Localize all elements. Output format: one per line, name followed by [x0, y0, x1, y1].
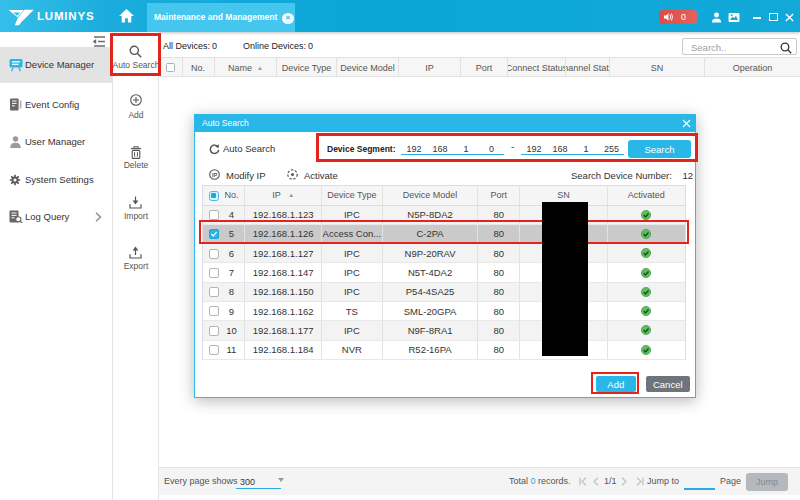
svg-text:IP: IP	[212, 172, 218, 178]
